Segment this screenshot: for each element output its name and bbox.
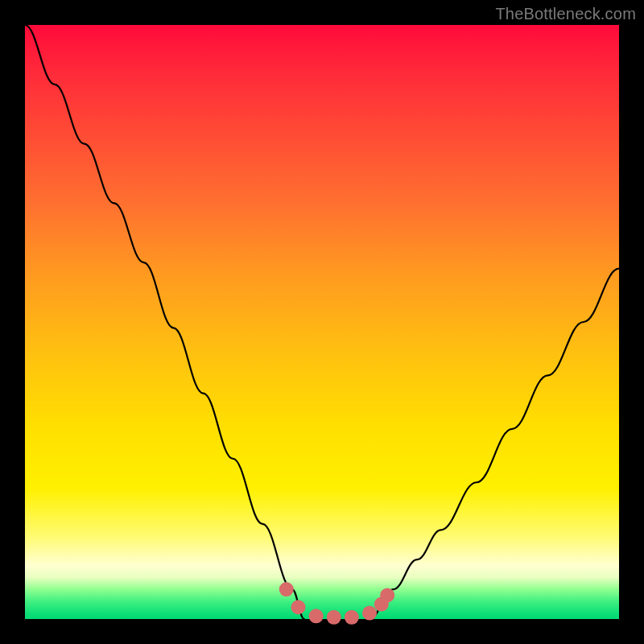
optimal-marker bbox=[279, 582, 294, 597]
optimal-marker bbox=[327, 610, 341, 625]
chart-container: TheBottleneck.com bbox=[0, 0, 644, 644]
optimal-marker bbox=[362, 606, 377, 621]
optimal-marker bbox=[345, 610, 359, 625]
optimal-marker bbox=[380, 588, 394, 602]
bottleneck-curve bbox=[0, 0, 644, 644]
watermark-text: TheBottleneck.com bbox=[495, 5, 636, 23]
optimal-marker bbox=[309, 609, 324, 623]
curve-left-branch bbox=[25, 25, 304, 619]
curve-right-branch bbox=[369, 269, 619, 619]
optimal-marker bbox=[291, 600, 305, 614]
optimal-zone-markers bbox=[279, 582, 394, 625]
